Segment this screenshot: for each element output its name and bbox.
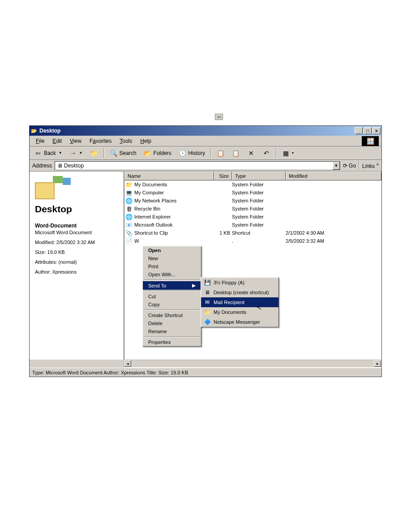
undo-button[interactable]: ↶ <box>261 148 272 158</box>
ctx-copy[interactable]: Copy <box>143 300 201 309</box>
side-title: Desktop <box>35 204 118 215</box>
views-button[interactable]: ▦▾ <box>280 148 295 158</box>
file-modified: 2/5/2002 3:32 AM <box>286 238 381 244</box>
desktop-shortcut-icon: 🖥 <box>204 289 211 296</box>
address-field[interactable]: 🖥 Desktop ▼ <box>55 161 340 170</box>
table-row[interactable]: 📧Microsoft OutlookSystem Folder <box>124 221 381 229</box>
netscape-icon: 🔷 <box>204 318 211 326</box>
delete-icon: ✕ <box>247 149 255 157</box>
side-attributes: Attributes: (normal) <box>35 259 118 265</box>
mydocs-icon: 📁 <box>204 309 211 316</box>
table-row[interactable]: 📎Shortcut to Clip1 KBShortcut2/1/2002 4:… <box>124 229 381 237</box>
file-icon: 📄 <box>125 237 133 245</box>
ctx-rename[interactable]: Rename <box>143 327 201 335</box>
horizontal-scrollbar: ◂ ▸ <box>30 360 381 368</box>
menu-view[interactable]: View <box>66 137 85 145</box>
ctx-sendto[interactable]: Send To▶ <box>143 281 201 290</box>
menu-edit[interactable]: Edit <box>49 137 65 145</box>
up-folder-icon: 📁 <box>90 149 98 157</box>
toolbar-separator <box>103 148 104 158</box>
file-type: . <box>232 238 286 244</box>
file-type: System Folder <box>232 198 286 203</box>
table-row[interactable]: 🌐Internet ExplorerSystem Folder <box>124 213 381 221</box>
header-size[interactable]: Size <box>214 172 232 180</box>
folders-button[interactable]: 📂Folders <box>142 148 173 158</box>
history-button[interactable]: 🕓History <box>177 148 207 158</box>
sendto-floppy[interactable]: 💾3½ Floppy (A) <box>201 278 278 287</box>
delete-button[interactable]: ✕ <box>245 148 257 158</box>
side-author: Author: Xpressions <box>35 269 118 275</box>
header-modified[interactable]: Modified <box>286 172 381 180</box>
minimize-button[interactable]: _ <box>355 127 363 134</box>
ctx-openwith[interactable]: Open With... <box>143 270 201 279</box>
toolbar-separator <box>210 148 211 158</box>
addr-separator <box>359 161 360 171</box>
copy-to-button[interactable]: 📋 <box>230 148 242 158</box>
sendto-netscape[interactable]: 🔷Netscape Messenger <box>201 317 278 327</box>
side-docname: Word-Document <box>35 223 118 229</box>
menu-help[interactable]: Help <box>137 137 155 145</box>
file-icon: 🌐 <box>125 197 133 204</box>
table-row[interactable]: 🗑Recycle BinSystem Folder <box>124 205 381 213</box>
menu-tools[interactable]: Tools <box>116 137 136 145</box>
file-type: System Folder <box>232 182 286 187</box>
file-rows: 📁My DocumentsSystem Folder💻My ComputerSy… <box>124 180 381 360</box>
ctx-sep <box>144 309 200 310</box>
submenu-arrow-icon: ▶ <box>192 283 196 288</box>
file-list: Name Size Type Modified 📁My DocumentsSys… <box>124 172 381 360</box>
up-button[interactable]: 📁 <box>88 148 100 158</box>
back-arrow-icon: ⇦ <box>34 149 42 157</box>
file-icon: 📧 <box>125 221 133 228</box>
file-type: System Folder <box>232 222 286 227</box>
maximize-button[interactable]: □ <box>364 127 372 134</box>
menubar: File Edit View Favorites Tools Help 🪟 <box>30 136 381 146</box>
links-button[interactable]: Links » <box>362 162 379 169</box>
scroll-track[interactable]: ◂ ▸ <box>124 360 381 368</box>
table-row[interactable]: 💻My ComputerSystem Folder <box>124 189 381 197</box>
file-name: Recycle Bin <box>134 206 160 211</box>
file-name: Microsoft Outlook <box>134 222 173 227</box>
scroll-left-button[interactable]: ◂ <box>124 360 131 367</box>
toolbar: ⇦Back▼ →▼ 📁 🔍Search 📂Folders 🕓History 📋 … <box>30 146 381 160</box>
forward-button[interactable]: →▼ <box>68 148 85 158</box>
small-desktop-icon: ▭ <box>215 114 223 120</box>
ctx-cut[interactable]: Cut <box>143 292 201 300</box>
ctx-new[interactable]: New <box>143 254 201 262</box>
ctx-open[interactable]: Open <box>143 246 201 254</box>
ctx-print[interactable]: Print <box>143 262 201 270</box>
scroll-right-button[interactable]: ▸ <box>374 360 381 367</box>
file-name: My Computer <box>134 190 164 195</box>
side-size: Size: 19.0 KB <box>35 249 118 255</box>
table-row[interactable]: 🌐My Network PlacesSystem Folder <box>124 197 381 205</box>
sendto-desktop[interactable]: 🖥Desktop (create shortcut) <box>201 287 278 297</box>
mail-icon: ✉ <box>204 299 211 306</box>
file-type: Shortcut <box>232 230 286 236</box>
file-icon: 💻 <box>125 189 133 196</box>
side-modified: Modified: 2/5/2002 3:32 AM <box>35 240 118 245</box>
search-button[interactable]: 🔍Search <box>108 148 138 158</box>
address-dropdown[interactable]: ▼ <box>333 162 340 170</box>
table-row[interactable]: 📄W.2/5/2002 3:32 AM <box>124 237 381 245</box>
sendto-mail[interactable]: ✉Mail Recipient <box>201 297 278 307</box>
close-button[interactable]: × <box>372 127 381 134</box>
menu-favorites[interactable]: Favorites <box>86 137 115 145</box>
content-area: Desktop Word-Document Microsoft Word Doc… <box>30 172 381 360</box>
header-name[interactable]: Name <box>124 172 214 180</box>
go-button[interactable]: ⟳Go <box>343 163 356 169</box>
sendto-mydocs[interactable]: 📁My Documents <box>201 307 278 317</box>
back-button[interactable]: ⇦Back▼ <box>32 148 64 158</box>
titlebar[interactable]: 📂 Desktop _ □ × <box>30 126 381 136</box>
side-panel: Desktop Word-Document Microsoft Word Doc… <box>30 172 124 360</box>
file-name: My Network Places <box>134 198 176 203</box>
table-row[interactable]: 📁My DocumentsSystem Folder <box>124 180 381 189</box>
ctx-createshortcut[interactable]: Create Shortcut <box>143 311 201 319</box>
ctx-delete[interactable]: Delete <box>143 319 201 327</box>
header-type[interactable]: Type <box>232 172 286 180</box>
ctx-properties[interactable]: Properties <box>143 338 201 346</box>
file-icon: 📁 <box>125 181 133 188</box>
menu-file[interactable]: File <box>32 137 48 145</box>
address-label: Address <box>32 163 52 169</box>
file-name: W <box>134 238 139 244</box>
go-icon: ⟳ <box>343 163 347 169</box>
move-to-button[interactable]: 📋 <box>215 148 227 158</box>
